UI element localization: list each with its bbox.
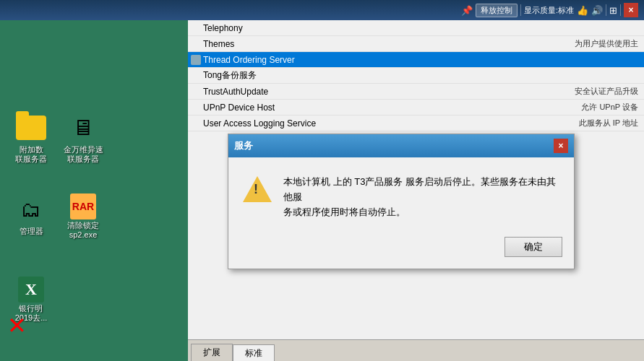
dialog-overlay: 服务 × 本地计算机 上的 T3产品服务 服务启动后停止。某些服务在未由其他服 … bbox=[0, 0, 644, 361]
dialog-close-button[interactable]: × bbox=[554, 139, 568, 153]
dialog-message: 本地计算机 上的 T3产品服务 服务启动后停止。某些服务在未由其他服 务或程序使… bbox=[283, 175, 559, 219]
dialog-body: 本地计算机 上的 T3产品服务 服务启动后停止。某些服务在未由其他服 务或程序使… bbox=[228, 157, 574, 231]
dialog-footer: 确定 bbox=[228, 231, 574, 269]
ok-button[interactable]: 确定 bbox=[505, 237, 562, 257]
dialog-message-line2: 务或程序使用时将自动停止。 bbox=[283, 206, 405, 217]
warning-icon bbox=[243, 175, 272, 204]
desktop: 📌 释放控制 显示质量:标准 👍 🔊 ⊞ × 附加数联服务器 🖥 金万维异速联服… bbox=[0, 0, 644, 361]
warning-triangle bbox=[243, 176, 272, 202]
dialog-titlebar: 服务 × bbox=[228, 134, 574, 157]
dialog-message-line1: 本地计算机 上的 T3产品服务 服务启动后停止。某些服务在未由其他服 bbox=[283, 176, 556, 202]
service-dialog: 服务 × 本地计算机 上的 T3产品服务 服务启动后停止。某些服务在未由其他服 … bbox=[228, 134, 575, 269]
dialog-title: 服务 bbox=[234, 139, 253, 152]
